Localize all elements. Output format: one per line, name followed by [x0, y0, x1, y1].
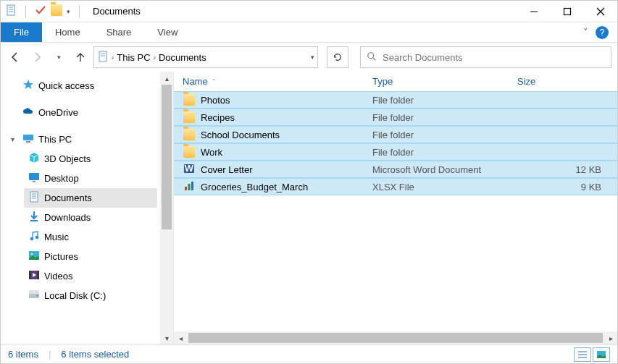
svg-line-12	[373, 57, 376, 60]
svg-rect-37	[191, 182, 193, 190]
desktop-icon	[28, 172, 40, 185]
chevron-right-icon[interactable]: ›	[112, 54, 114, 62]
folder-icon	[183, 146, 195, 158]
scrollbar-thumb[interactable]	[188, 333, 603, 343]
view-details-button[interactable]	[574, 347, 591, 362]
folder-icon[interactable]	[51, 4, 62, 18]
search-input[interactable]	[383, 52, 605, 63]
file-row[interactable]: WorkFile folder	[174, 143, 617, 161]
sidebar-item-label: Pictures	[44, 251, 78, 262]
content-horizontal-scrollbar[interactable]: ◂ ▸	[174, 331, 617, 344]
sidebar-item-desktop[interactable]: Desktop	[24, 169, 157, 188]
sidebar-item-3d-objects[interactable]: 3D Objects	[24, 149, 157, 169]
location-document-icon	[97, 51, 109, 64]
sidebar-item-music[interactable]: Music	[24, 227, 157, 247]
column-label: Name	[183, 76, 208, 87]
scroll-down-icon[interactable]: ▾	[160, 331, 173, 344]
column-headers: Name ˄ Type Size	[174, 72, 617, 91]
refresh-button[interactable]	[327, 46, 348, 68]
sidebar-item-label: Videos	[44, 271, 73, 282]
computer-icon	[22, 132, 34, 146]
nav-scrollbar[interactable]: ▴ ▾	[160, 72, 173, 344]
sidebar-item-downloads[interactable]: Downloads	[24, 208, 157, 227]
folder-icon	[183, 129, 195, 140]
svg-rect-0	[7, 5, 14, 15]
ribbon-expand-icon[interactable]: ˅	[583, 27, 588, 38]
help-icon[interactable]: ?	[596, 26, 609, 39]
column-header-name[interactable]: Name ˄	[177, 76, 372, 87]
chevron-right-icon[interactable]: ›	[154, 54, 156, 62]
address-dropdown-icon[interactable]: ▾	[311, 54, 314, 61]
scroll-right-icon[interactable]: ▸	[604, 334, 617, 342]
chevron-down-icon[interactable]: ▾	[11, 135, 18, 143]
address-bar[interactable]: › This PC › Documents ▾	[93, 46, 318, 68]
sidebar-item-documents[interactable]: Documents	[24, 188, 157, 208]
breadcrumb-documents[interactable]: Documents	[159, 52, 206, 63]
maximize-button[interactable]	[551, 1, 584, 22]
column-header-size[interactable]: Size	[517, 76, 614, 87]
forward-button[interactable]	[28, 48, 46, 66]
file-size: 12 KB	[517, 164, 614, 175]
svg-point-32	[37, 295, 38, 297]
svg-rect-8	[99, 51, 107, 62]
scrollbar-thumb[interactable]	[162, 85, 172, 229]
sidebar-item-local-disk[interactable]: Local Disk (C:)	[24, 286, 157, 305]
svg-rect-35	[185, 187, 187, 190]
file-name: Work	[201, 147, 222, 158]
sidebar-item-label: Downloads	[44, 212, 91, 223]
file-name: Recipes	[201, 112, 235, 123]
tab-view[interactable]: View	[144, 22, 191, 42]
sort-ascending-icon: ˄	[212, 78, 216, 85]
word-icon: W	[183, 163, 195, 177]
scroll-up-icon[interactable]: ▴	[160, 72, 173, 85]
navigation-pane: Quick access OneDrive ▾ This PC	[1, 72, 173, 344]
sidebar-item-pictures[interactable]: Pictures	[24, 247, 157, 266]
svg-rect-14	[26, 141, 30, 143]
quick-access-toolbar: ▾	[1, 4, 88, 18]
svg-rect-17	[30, 192, 38, 202]
view-large-icons-button[interactable]	[593, 347, 610, 362]
document-icon[interactable]	[5, 4, 17, 18]
minimize-button[interactable]	[517, 1, 551, 22]
sidebar-item-onedrive[interactable]: OneDrive	[7, 103, 157, 122]
svg-rect-13	[23, 135, 33, 140]
scroll-left-icon[interactable]: ◂	[174, 334, 187, 342]
file-type: File folder	[372, 112, 517, 123]
file-size: 9 KB	[517, 182, 614, 192]
file-name: Cover Letter	[201, 164, 253, 175]
file-list[interactable]: PhotosFile folderRecipesFile folderSchoo…	[174, 91, 617, 331]
sidebar-item-videos[interactable]: Videos	[24, 266, 157, 286]
star-icon	[22, 79, 34, 93]
file-row[interactable]: WCover LetterMicrosoft Word Document12 K…	[174, 161, 617, 178]
properties-icon[interactable]	[35, 4, 46, 18]
tab-file[interactable]: File	[1, 22, 42, 42]
recent-locations-button[interactable]: ▾	[50, 48, 67, 66]
qat-dropdown-icon[interactable]: ▾	[67, 8, 70, 15]
up-button[interactable]	[72, 48, 89, 66]
svg-rect-16	[33, 181, 36, 182]
svg-rect-31	[29, 290, 39, 294]
breadcrumb-this-pc[interactable]: This PC	[117, 52, 150, 63]
tab-share[interactable]: Share	[93, 22, 145, 42]
svg-rect-15	[29, 173, 39, 180]
svg-point-23	[36, 236, 39, 240]
file-row[interactable]: RecipesFile folder	[174, 109, 617, 126]
cloud-icon	[22, 106, 34, 119]
file-type: File folder	[372, 95, 517, 106]
back-button[interactable]	[7, 48, 24, 66]
download-icon	[28, 211, 40, 224]
close-button[interactable]	[584, 1, 617, 22]
sidebar-item-quick-access[interactable]: Quick access	[7, 76, 157, 96]
sidebar-item-this-pc[interactable]: ▾ This PC	[7, 130, 157, 149]
folder-icon	[183, 111, 195, 123]
file-row[interactable]: School DocumentsFile folder	[174, 126, 617, 143]
tab-home[interactable]: Home	[42, 22, 93, 42]
sidebar-item-label: Documents	[44, 192, 92, 203]
folder-icon	[183, 94, 195, 106]
file-row[interactable]: Groceries_Budget_MarchXLSX File9 KB	[174, 178, 617, 195]
status-bar: 6 items | 6 items selected	[1, 344, 617, 363]
column-header-type[interactable]: Type	[372, 76, 517, 87]
svg-point-26	[31, 253, 33, 255]
search-box[interactable]	[360, 46, 611, 68]
file-row[interactable]: PhotosFile folder	[174, 91, 617, 109]
